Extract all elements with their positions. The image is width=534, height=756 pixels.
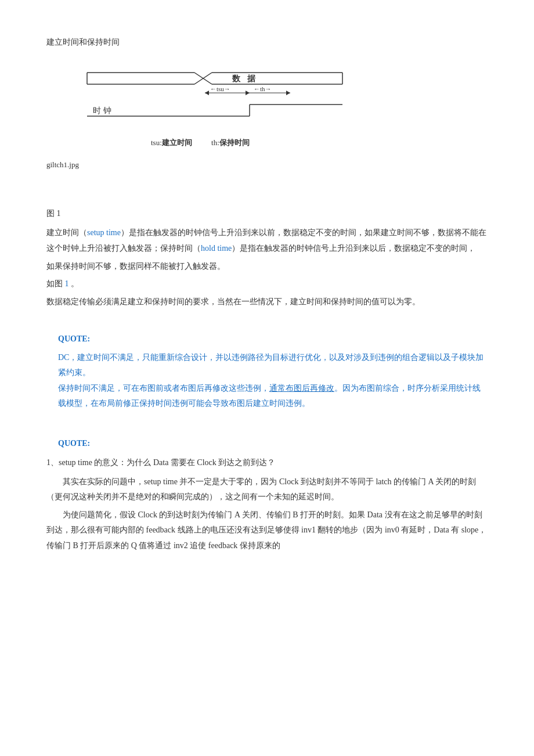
fig-number: 图 1 (46, 206, 488, 221)
numbered-item-1: 1、setup time 的意义：为什么 Data 需要在 Clock 到达之前… (46, 455, 488, 471)
quote-block-2: QUOTE: (58, 436, 488, 451)
indented-para2: 为使问题简化，假设 Clock 的到达时刻为传输门 A 关闭、传输们 B 打开的… (46, 507, 488, 554)
timing-diagram-container: 数 据 ←tsu→ ←th→ 时 钟 tsu:建立时间 t (81, 61, 488, 150)
indented-para1: 其实在实际的问题中，setup time 并不一定是大于零的，因为 Clock … (46, 474, 488, 505)
page-title: 建立时间和保持时间 (46, 35, 488, 49)
svg-marker-11 (246, 91, 250, 95)
body-para2: 如果保持时间不够，数据同样不能被打入触发器。 (46, 259, 488, 275)
setup-time-link[interactable]: setup time (87, 228, 121, 237)
quote1-underline: 通常布图后再修改 (269, 384, 334, 393)
tsu-label: tsu:建立时间 (151, 138, 192, 147)
quote1-title: QUOTE: (58, 332, 488, 346)
svg-text:时 钟: 时 钟 (93, 106, 111, 115)
svg-marker-14 (286, 91, 290, 95)
fig-filename: giltch1.jpg (46, 158, 488, 171)
timing-labels: tsu:建立时间 th:保持时间 (81, 136, 488, 149)
svg-text:数 据: 数 据 (232, 74, 258, 83)
quote2-title: QUOTE: (58, 436, 488, 451)
body-para1: 建立时间（setup time）是指在触发器的时钟信号上升沿到来以前，数据稳定不… (46, 225, 488, 256)
quote-block-1: QUOTE: DC，建立时间不满足，只能重新综合设计，并以违例路径为目标进行优化… (58, 332, 488, 412)
svg-text:←th→: ←th→ (254, 85, 272, 92)
svg-text:←tsu→: ←tsu→ (210, 85, 230, 92)
quote1-text1: DC，建立时间不满足，只能重新综合设计，并以违例路径为目标进行优化，以及对涉及到… (58, 350, 488, 381)
th-label: th:保持时间 (211, 138, 250, 147)
body-para3: 如图 1 。 (46, 276, 488, 292)
hold-time-link[interactable]: hold time (201, 244, 232, 253)
fig1-link[interactable]: 1 (65, 279, 69, 288)
timing-diagram-svg: 数 据 ←tsu→ ←th→ 时 钟 (81, 61, 360, 128)
quote1-text2: 保持时间不满足，可在布图前或者布图后再修改这些违例，通常布图后再修改。因为布图前… (58, 381, 488, 412)
svg-marker-10 (205, 91, 209, 95)
body-para4: 数据稳定传输必须满足建立和保持时间的要求，当然在一些情况下，建立时间和保持时间的… (46, 294, 488, 310)
